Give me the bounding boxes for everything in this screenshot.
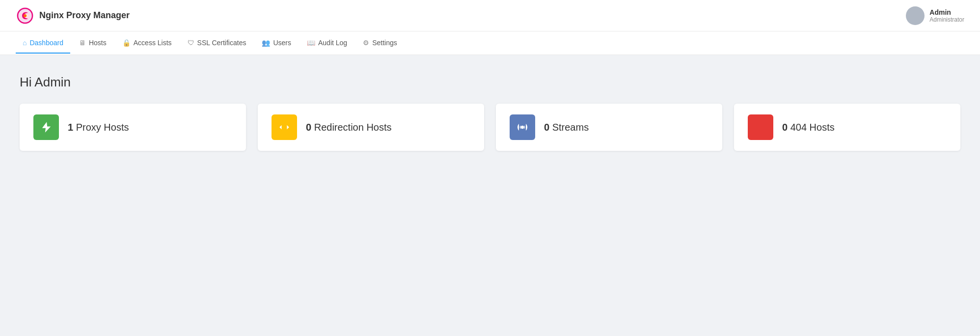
nav-label-dashboard: Dashboard xyxy=(29,39,63,47)
svg-point-1 xyxy=(24,14,27,17)
home-icon: ⌂ xyxy=(23,39,27,47)
header-right: Admin Administrator xyxy=(906,6,964,25)
404-hosts-count: 0 xyxy=(782,122,788,133)
nav-item-access-lists[interactable]: 🔒 Access Lists xyxy=(115,33,179,54)
gear-icon: ⚙ xyxy=(363,39,369,47)
redirection-hosts-icon-box xyxy=(272,114,297,140)
proxy-hosts-icon-box xyxy=(33,114,59,140)
proxy-hosts-label2: Proxy Hosts xyxy=(76,122,129,133)
streams-count: 0 xyxy=(544,122,549,133)
nav-item-ssl-certificates[interactable]: 🛡 SSL Certificates xyxy=(181,33,253,54)
lightning-icon xyxy=(40,121,53,134)
users-icon: 👥 xyxy=(262,39,270,47)
nav-label-users: Users xyxy=(273,39,291,47)
lock-icon: 🔒 xyxy=(122,39,131,47)
streams-icon-box xyxy=(510,114,535,140)
redirection-hosts-label2: Redirection Hosts xyxy=(314,122,392,133)
streams-text: 0 Streams xyxy=(544,122,589,133)
nav-item-hosts[interactable]: 🖥 Hosts xyxy=(72,33,113,54)
user-role: Administrator xyxy=(929,16,964,23)
app-logo-icon xyxy=(16,6,34,25)
redirection-hosts-text: 0 Redirection Hosts xyxy=(306,122,392,133)
header-left: Nginx Proxy Manager xyxy=(16,6,130,25)
x-arrows-icon xyxy=(754,121,767,134)
card-proxy-hosts[interactable]: 1 Proxy Hosts xyxy=(20,104,246,151)
nav-label-settings: Settings xyxy=(372,39,397,47)
user-name: Admin xyxy=(929,8,964,16)
streams-label2: Streams xyxy=(552,122,589,133)
header: Nginx Proxy Manager Admin Administrator xyxy=(0,0,980,31)
nav-label-hosts: Hosts xyxy=(89,39,107,47)
nav-label-audit: Audit Log xyxy=(318,39,347,47)
nav-item-dashboard[interactable]: ⌂ Dashboard xyxy=(16,33,70,54)
greeting: Hi Admin xyxy=(20,75,960,90)
404-hosts-text: 0 404 Hosts xyxy=(782,122,835,133)
redirection-hosts-count: 0 xyxy=(306,122,311,133)
nav-label-ssl: SSL Certificates xyxy=(197,39,246,47)
card-redirection-hosts[interactable]: 0 Redirection Hosts xyxy=(258,104,484,151)
card-streams[interactable]: 0 Streams xyxy=(496,104,722,151)
avatar xyxy=(906,6,925,25)
user-info: Admin Administrator xyxy=(929,8,964,23)
nav-label-access-lists: Access Lists xyxy=(134,39,172,47)
proxy-hosts-count: 1 xyxy=(68,122,73,133)
shield-icon: 🛡 xyxy=(188,39,194,47)
nav-item-audit-log[interactable]: 📖 Audit Log xyxy=(300,33,354,54)
monitor-icon: 🖥 xyxy=(79,39,86,47)
nav-item-users[interactable]: 👥 Users xyxy=(255,33,298,54)
card-404-hosts[interactable]: 0 404 Hosts xyxy=(734,104,960,151)
broadcast-icon xyxy=(516,121,529,134)
nav-item-settings[interactable]: ⚙ Settings xyxy=(356,33,404,54)
main-content: Hi Admin 1 Proxy Hosts 0 Redirection Hos… xyxy=(0,55,980,170)
cards-row: 1 Proxy Hosts 0 Redirection Hosts 0 Stre… xyxy=(20,104,960,151)
nav: ⌂ Dashboard 🖥 Hosts 🔒 Access Lists 🛡 SSL… xyxy=(0,31,980,55)
svg-point-2 xyxy=(521,126,524,129)
proxy-hosts-text: 1 Proxy Hosts xyxy=(68,122,129,133)
404-hosts-label2: 404 Hosts xyxy=(790,122,835,133)
arrows-icon xyxy=(278,121,291,134)
404-hosts-icon-box xyxy=(748,114,773,140)
app-title: Nginx Proxy Manager xyxy=(39,10,130,21)
book-icon: 📖 xyxy=(307,39,315,47)
